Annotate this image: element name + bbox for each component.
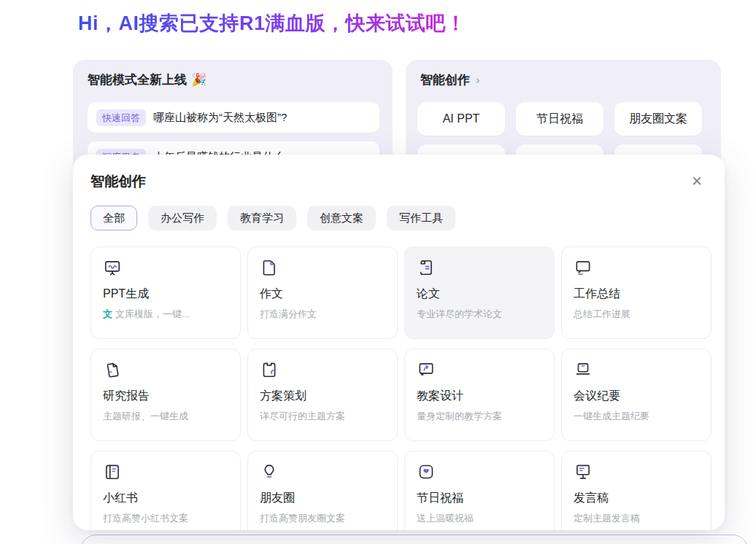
- template-card-subtitle: 送上温暖祝福: [417, 512, 542, 525]
- creation-shortcut-label: 节日祝福: [536, 112, 583, 127]
- creation-shortcut-button[interactable]: AI PPT: [417, 102, 505, 136]
- category-tabs: 全部 办公写作 教育学习 创意文案 写作工具: [90, 206, 455, 230]
- moments-icon: [260, 462, 279, 481]
- template-card[interactable]: 节日祝福 送上温暖祝福: [404, 451, 555, 530]
- search-input[interactable]: [80, 535, 749, 544]
- category-tab[interactable]: 办公写作: [148, 206, 217, 230]
- template-card-title: 研究报告: [103, 389, 228, 404]
- chevron-right-icon: ›: [476, 74, 479, 87]
- template-card-subtitle-text: 量身定制的教学方案: [417, 411, 502, 421]
- category-tab[interactable]: 教育学习: [228, 206, 296, 230]
- creation-shortcut-button[interactable]: 朋友圈文案: [614, 102, 702, 136]
- thesis-icon: [417, 258, 436, 277]
- creation-shortcut-row: AI PPT 节日祝福 朋友圈文案: [417, 102, 702, 136]
- category-tab-label: 教育学习: [240, 211, 284, 225]
- template-card-title: 工作总结: [574, 287, 699, 302]
- category-tab-label: 全部: [103, 211, 125, 225]
- template-card-subtitle: 主题研报、一键生成: [103, 410, 228, 423]
- template-card-subtitle: 定制主题发言稿: [574, 512, 699, 525]
- category-tab-label: 办公写作: [161, 211, 204, 225]
- template-card-title: 节日祝福: [417, 491, 542, 506]
- creation-shortcut-label: AI PPT: [443, 112, 480, 125]
- template-card[interactable]: 研究报告 主题研报、一键生成: [90, 349, 241, 441]
- xiaohongshu-icon: [103, 462, 122, 481]
- template-card-subtitle-text: 打造高赞朋友圈文案: [260, 513, 345, 524]
- template-card-subtitle: 总结工作进展: [574, 308, 699, 321]
- template-card-subtitle: 专业详尽的学术论文: [417, 308, 542, 321]
- template-card-subtitle-text: 总结工作进展: [574, 308, 630, 319]
- template-card[interactable]: 发言稿 定制主题发言稿: [561, 451, 711, 530]
- template-card-title: 会议纪要: [574, 389, 699, 404]
- template-card-subtitle: 打造高赞小红书文案: [103, 512, 228, 525]
- category-tab[interactable]: 写作工具: [387, 206, 455, 230]
- plan-icon: [260, 360, 279, 379]
- smart-mode-title-text: 智能模式全新上线: [88, 71, 187, 88]
- template-card-subtitle: 打造高赞朋友圈文案: [260, 512, 385, 525]
- smart-mode-panel-title: 智能模式全新上线 🎉: [88, 71, 207, 88]
- template-card-subtitle: 量身定制的教学方案: [417, 410, 542, 423]
- template-card-subtitle-text: 专业详尽的学术论文: [417, 308, 502, 319]
- template-card-subtitle-text: 主题研报、一键生成: [103, 411, 188, 421]
- creation-shortcut-label: 朋友圈文案: [629, 112, 687, 127]
- template-card-grid: PPT生成 文文库模版，一键... 作文 打造满分作文 论文 专业详尽的学术论文: [90, 246, 711, 530]
- template-card[interactable]: 作文 打造满分作文: [247, 246, 398, 339]
- work-summary-icon: [574, 258, 593, 277]
- template-card-title: 作文: [260, 287, 385, 302]
- template-card-subtitle-text: 打造满分作文: [260, 308, 317, 319]
- template-card-subtitle: 详尽可行的主题方案: [260, 410, 385, 423]
- modal-title: 智能创作: [90, 172, 146, 191]
- template-card[interactable]: PPT生成 文文库模版，一键...: [90, 246, 241, 339]
- template-card[interactable]: 教案设计 量身定制的教学方案: [404, 349, 555, 441]
- page-title: Hi，AI搜索已支持R1满血版，快来试试吧！: [78, 10, 466, 36]
- essay-icon: [260, 258, 279, 277]
- template-card-subtitle: 一键生成主题纪要: [574, 410, 699, 423]
- template-card[interactable]: 朋友圈 打造高赞朋友圈文案: [247, 451, 398, 530]
- template-card-subtitle-text: 打造高赞小红书文案: [103, 513, 188, 524]
- creation-shortcut-button[interactable]: 节日祝福: [516, 102, 603, 136]
- close-icon[interactable]: ✕: [687, 171, 707, 191]
- category-tab[interactable]: 创意文案: [307, 206, 376, 230]
- suggestion-text: 哪座山被称为“天然太极图”?: [153, 111, 287, 125]
- category-tab-label: 创意文案: [320, 211, 363, 225]
- template-card[interactable]: 方案策划 详尽可行的主题方案: [247, 349, 398, 441]
- template-card[interactable]: 工作总结 总结工作进展: [561, 246, 711, 339]
- template-card-title: 方案策划: [260, 389, 385, 404]
- template-card[interactable]: 会议纪要 一键生成主题纪要: [561, 349, 711, 441]
- template-card-subtitle-text: 定制主题发言稿: [574, 513, 640, 524]
- template-card-title: 发言稿: [574, 491, 699, 506]
- mode-badge: 快速回答: [96, 109, 146, 126]
- template-card-subtitle-text: 文库模版，一键...: [115, 308, 190, 319]
- template-card[interactable]: 论文 专业详尽的学术论文: [404, 246, 555, 339]
- research-report-icon: [103, 360, 122, 379]
- ppt-icon: [103, 258, 122, 277]
- wenku-icon: 文: [103, 308, 112, 319]
- party-popper-icon: 🎉: [191, 72, 207, 88]
- speech-icon: [574, 462, 593, 481]
- category-tab[interactable]: 全部: [90, 206, 137, 230]
- template-card-subtitle-text: 详尽可行的主题方案: [260, 411, 345, 421]
- template-card-title: 论文: [417, 287, 542, 302]
- smart-creation-title-text: 智能创作: [420, 71, 470, 88]
- suggestion-chip[interactable]: 快速回答 哪座山被称为“天然太极图”?: [88, 102, 379, 133]
- category-tab-label: 写作工具: [399, 211, 443, 225]
- template-card-title: 小红书: [103, 491, 228, 506]
- template-card-title: PPT生成: [103, 287, 228, 302]
- template-card-title: 教案设计: [417, 389, 542, 404]
- meeting-minutes-icon: [574, 360, 593, 379]
- template-card-title: 朋友圈: [260, 491, 385, 506]
- smart-creation-panel-title[interactable]: 智能创作 ›: [420, 71, 479, 88]
- template-card-subtitle-text: 一键生成主题纪要: [574, 411, 649, 421]
- template-card[interactable]: 小红书 打造高赞小红书文案: [90, 451, 241, 530]
- lesson-plan-icon: [417, 360, 436, 379]
- template-card-subtitle: 文文库模版，一键...: [103, 308, 228, 321]
- greeting-icon: [417, 462, 436, 481]
- smart-creation-modal: 智能创作 ✕ 全部 办公写作 教育学习 创意文案 写作工具: [73, 155, 725, 530]
- template-card-subtitle: 打造满分作文: [260, 308, 385, 321]
- template-card-subtitle-text: 送上温暖祝福: [417, 513, 474, 524]
